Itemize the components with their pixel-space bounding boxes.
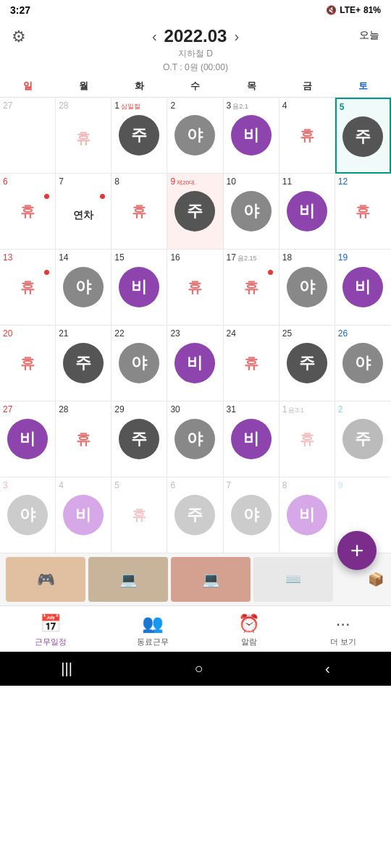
status-bar: 3:27 🔇 LTE+ 81% — [0, 0, 391, 20]
cal-cell-w4-sun[interactable]: 20 휴 — [0, 326, 56, 401]
cal-cell-w3-sun[interactable]: 13 휴 — [0, 250, 56, 326]
cal-cell-w2-sat[interactable]: 12 휴 — [335, 174, 391, 250]
shift-yeoncha: 연차 — [63, 195, 104, 236]
nav-schedule[interactable]: 📅 근무일정 — [35, 613, 67, 647]
cal-cell-w4-thu[interactable]: 24 휴 — [224, 326, 279, 401]
status-time: 3:27 — [10, 4, 30, 16]
shift-bi-faded: 비 — [63, 495, 104, 535]
cal-cell-w6-wed[interactable]: 6 주 — [167, 477, 223, 553]
date-num: 25 — [282, 328, 292, 339]
coworker-icon: 👥 — [142, 613, 164, 634]
nav-coworker[interactable]: 👥 동료근무 — [137, 613, 169, 647]
cal-cell-w3-thu[interactable]: 17 음2.15 휴 — [224, 250, 279, 326]
date-num: 18 — [282, 252, 292, 263]
date-num: 13 — [3, 252, 12, 263]
cal-cell-w1-fri[interactable]: 4 휴 — [279, 98, 335, 174]
sys-back-button[interactable]: ‹ — [325, 660, 330, 677]
ad-item-3[interactable]: 💻 — [171, 557, 251, 602]
shift-ju: 주 — [119, 419, 159, 459]
lunar-date: 음2.1 — [232, 102, 248, 111]
alarm-icon: ⏰ — [238, 613, 260, 634]
shift-ju: 주 — [119, 115, 159, 156]
cal-cell-w5-thu[interactable]: 31 비 — [224, 401, 279, 477]
day-header-sun: 일 — [0, 78, 56, 94]
shift-ju-faded: 주 — [175, 495, 215, 535]
ad-item-1[interactable]: 🎮 — [6, 557, 85, 602]
nav-more-label: 더 보기 — [330, 637, 356, 647]
cal-cell-w6-fri[interactable]: 8 비 — [279, 477, 335, 553]
cal-cell-w5-mon[interactable]: 28 휴 — [56, 401, 112, 477]
sys-recent-button[interactable]: ||| — [61, 660, 72, 677]
cal-cell-w1-tue[interactable]: 1 삼일절 주 — [112, 98, 167, 174]
shift-ya-faded: 야 — [231, 495, 272, 535]
status-lte: LTE+ — [340, 5, 361, 15]
line-info: 지하철 D — [0, 48, 391, 60]
cal-cell-w5-tue[interactable]: 29 주 — [112, 401, 167, 477]
cal-cell-w6-thu[interactable]: 7 야 — [224, 477, 279, 553]
cal-cell-w1-mon[interactable]: 28 휴 — [56, 98, 112, 174]
shift-ju: 주 — [63, 343, 104, 383]
cal-cell-w5-sun[interactable]: 27 비 — [0, 401, 56, 477]
next-month-button[interactable]: › — [234, 28, 239, 45]
ad-item-4[interactable]: ⌨️ — [253, 557, 333, 602]
cal-cell-w3-fri[interactable]: 18 야 — [279, 250, 335, 326]
day-header-thu: 목 — [224, 78, 279, 94]
shift-bi: 비 — [175, 343, 215, 383]
cal-cell-w1-sat[interactable]: 5 주 — [335, 98, 391, 174]
cal-cell-w1-wed[interactable]: 2 야 — [167, 98, 223, 174]
cal-cell-w1-thu[interactable]: 3 음2.1 비 — [224, 98, 279, 174]
shift-ya: 야 — [287, 267, 327, 307]
date-num: 15 — [114, 252, 124, 263]
shift-hyu: 휴 — [7, 267, 48, 307]
cal-cell-w1-sun[interactable]: 27 — [0, 98, 56, 174]
date-num: 30 — [170, 404, 180, 414]
day-headers: 일 월 화 수 목 금 토 — [0, 75, 391, 98]
prev-month-button[interactable]: ‹ — [152, 28, 157, 45]
date-num: 7 — [59, 176, 64, 187]
cal-cell-w3-sat[interactable]: 19 비 — [335, 250, 391, 326]
today-button[interactable]: 오늘 — [359, 29, 379, 42]
cal-cell-w6-tue[interactable]: 5 휴 — [112, 477, 167, 553]
date-num: 8 — [282, 480, 287, 490]
cal-cell-w5-wed[interactable]: 30 야 — [167, 401, 223, 477]
shift-ya: 야 — [119, 343, 159, 383]
cal-cell-w3-wed[interactable]: 16 휴 — [167, 250, 223, 326]
nav-schedule-label: 근무일정 — [35, 637, 67, 647]
cal-cell-w2-tue[interactable]: 8 휴 — [112, 174, 167, 250]
cal-cell-w4-wed[interactable]: 23 비 — [167, 326, 223, 401]
settings-button[interactable]: ⚙ — [12, 27, 26, 46]
ot-info: O.T : 0원 (00:00) — [0, 61, 391, 74]
month-title: 2022.03 — [164, 26, 227, 46]
shift-ju-faded: 주 — [342, 419, 383, 459]
day-header-mon: 월 — [56, 78, 112, 94]
date-num: 1 — [114, 101, 119, 111]
sys-home-button[interactable]: ○ — [194, 660, 203, 677]
shift-bi: 비 — [119, 267, 159, 307]
status-icons: 🔇 LTE+ 81% — [326, 5, 381, 15]
ad-item-2[interactable]: 💻 — [88, 557, 168, 602]
shift-ya: 야 — [175, 419, 215, 459]
cal-cell-w5-fri[interactable]: 1 음3.1 휴 — [279, 401, 335, 477]
cal-cell-w4-tue[interactable]: 22 야 — [112, 326, 167, 401]
cal-cell-w2-sun[interactable]: 6 휴 — [0, 174, 56, 250]
cal-cell-w3-tue[interactable]: 15 비 — [112, 250, 167, 326]
cal-cell-w2-wed[interactable]: 9 제20대. 주 — [167, 174, 223, 250]
cal-cell-w5-sat[interactable]: 2 주 — [335, 401, 391, 477]
cal-cell-w2-mon[interactable]: 7 연차 — [56, 174, 112, 250]
cal-cell-w2-fri[interactable]: 11 비 — [279, 174, 335, 250]
cal-cell-w6-sun[interactable]: 3 야 — [0, 477, 56, 553]
cal-cell-w4-mon[interactable]: 21 주 — [56, 326, 112, 401]
date-num: 3 — [227, 101, 232, 111]
cal-cell-w4-sat[interactable]: 26 야 — [335, 326, 391, 401]
cal-cell-w2-thu[interactable]: 10 야 — [224, 174, 279, 250]
cal-cell-w6-mon[interactable]: 4 비 — [56, 477, 112, 553]
cal-cell-w3-mon[interactable]: 14 야 — [56, 250, 112, 326]
nav-more[interactable]: ··· 더 보기 — [330, 613, 356, 647]
add-button[interactable]: + — [337, 531, 377, 570]
shift-ya-faded: 야 — [7, 495, 48, 535]
date-num: 8 — [114, 176, 119, 187]
nav-alarm[interactable]: ⏰ 알람 — [238, 613, 260, 647]
date-num: 14 — [59, 252, 68, 263]
date-num: 9 — [338, 480, 343, 490]
cal-cell-w4-fri[interactable]: 25 주 — [279, 326, 335, 401]
